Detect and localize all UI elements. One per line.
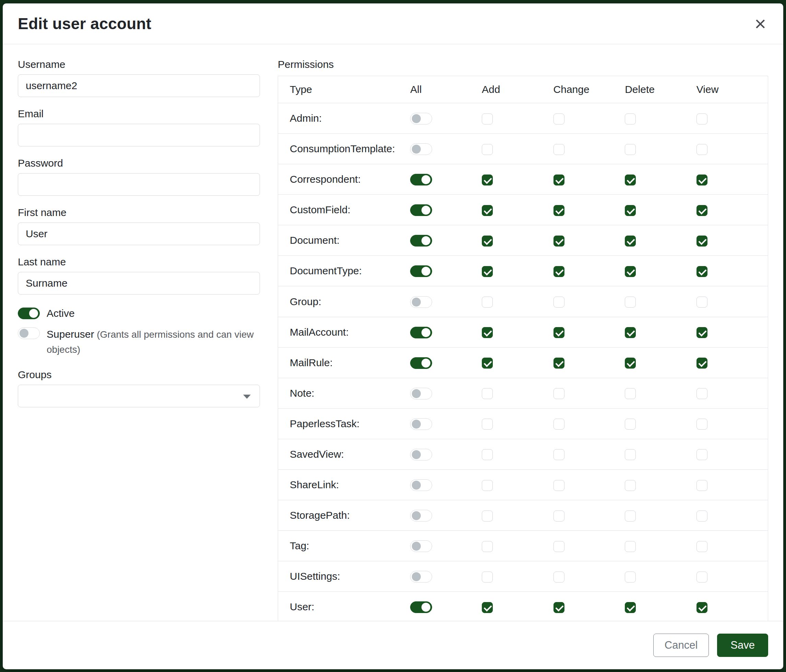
permission-row: MailAccount:: [278, 317, 768, 347]
last-name-group: Last name: [18, 256, 260, 295]
permission-checkbox-delete[interactable]: [625, 510, 636, 521]
superuser-toggle[interactable]: [18, 327, 40, 339]
close-icon[interactable]: ×: [752, 14, 768, 34]
permission-all-cell: [410, 469, 482, 500]
permission-checkbox-change[interactable]: [553, 205, 564, 216]
permission-checkbox-add[interactable]: [482, 388, 493, 399]
permission-toggle-all[interactable]: [410, 327, 432, 338]
permission-toggle-all[interactable]: [410, 174, 432, 185]
permission-toggle-all[interactable]: [410, 235, 432, 247]
permission-checkbox-delete[interactable]: [625, 174, 636, 185]
last-name-field[interactable]: [18, 272, 260, 295]
permission-checkbox-view[interactable]: [696, 388, 707, 399]
permission-checkbox-view[interactable]: [696, 113, 707, 124]
permission-checkbox-add[interactable]: [482, 113, 493, 124]
permission-checkbox-delete[interactable]: [625, 572, 636, 583]
permission-checkbox-delete[interactable]: [625, 541, 636, 552]
permission-toggle-all[interactable]: [410, 113, 432, 124]
permission-checkbox-view[interactable]: [696, 236, 707, 247]
permission-toggle-all[interactable]: [410, 449, 432, 460]
permission-checkbox-delete[interactable]: [625, 419, 636, 430]
permission-checkbox-add[interactable]: [482, 572, 493, 583]
permission-checkbox-delete[interactable]: [625, 449, 636, 460]
permission-checkbox-add[interactable]: [482, 205, 493, 216]
permission-checkbox-change[interactable]: [553, 510, 564, 521]
permission-checkbox-delete[interactable]: [625, 297, 636, 308]
permission-toggle-all[interactable]: [410, 540, 432, 552]
permission-toggle-all[interactable]: [410, 296, 432, 308]
permission-checkbox-add[interactable]: [482, 144, 493, 155]
permission-toggle-all[interactable]: [410, 510, 432, 521]
active-toggle[interactable]: [18, 308, 40, 319]
permission-checkbox-view[interactable]: [696, 510, 707, 521]
permission-checkbox-delete[interactable]: [625, 602, 636, 613]
permission-toggle-all[interactable]: [410, 571, 432, 583]
permission-toggle-all[interactable]: [410, 357, 432, 369]
permission-checkbox-change[interactable]: [553, 297, 564, 308]
permission-checkbox-delete[interactable]: [625, 113, 636, 124]
permission-checkbox-add[interactable]: [482, 419, 493, 430]
permission-checkbox-add[interactable]: [482, 297, 493, 308]
permission-checkbox-delete[interactable]: [625, 480, 636, 491]
groups-select[interactable]: [18, 385, 260, 407]
permission-checkbox-change[interactable]: [553, 266, 564, 277]
permission-checkbox-add[interactable]: [482, 358, 493, 369]
permission-checkbox-change[interactable]: [553, 174, 564, 185]
permission-toggle-all[interactable]: [410, 418, 432, 430]
permission-checkbox-change[interactable]: [553, 358, 564, 369]
permission-checkbox-view[interactable]: [696, 205, 707, 216]
permission-checkbox-add[interactable]: [482, 541, 493, 552]
permission-toggle-all[interactable]: [410, 479, 432, 491]
permission-checkbox-delete[interactable]: [625, 388, 636, 399]
permission-checkbox-delete[interactable]: [625, 205, 636, 216]
permission-checkbox-add[interactable]: [482, 510, 493, 521]
permission-checkbox-change[interactable]: [553, 113, 564, 124]
permission-checkbox-view[interactable]: [696, 174, 707, 185]
first-name-field[interactable]: [18, 223, 260, 245]
save-button[interactable]: Save: [717, 634, 768, 657]
permission-checkbox-change[interactable]: [553, 480, 564, 491]
permission-checkbox-change[interactable]: [553, 327, 564, 338]
permission-checkbox-view[interactable]: [696, 541, 707, 552]
permission-checkbox-delete[interactable]: [625, 266, 636, 277]
cancel-button[interactable]: Cancel: [653, 634, 709, 657]
permission-checkbox-add[interactable]: [482, 327, 493, 338]
permission-checkbox-change[interactable]: [553, 236, 564, 247]
permission-checkbox-change[interactable]: [553, 449, 564, 460]
permission-checkbox-delete[interactable]: [625, 358, 636, 369]
email-field[interactable]: [18, 124, 260, 146]
permission-checkbox-change[interactable]: [553, 602, 564, 613]
permission-checkbox-view[interactable]: [696, 572, 707, 583]
permission-checkbox-view[interactable]: [696, 144, 707, 155]
username-input[interactable]: [18, 74, 260, 97]
password-field[interactable]: [18, 173, 260, 196]
permission-toggle-all[interactable]: [410, 204, 432, 216]
permission-checkbox-view[interactable]: [696, 449, 707, 460]
permission-checkbox-change[interactable]: [553, 388, 564, 399]
permission-row: Admin:: [278, 103, 768, 134]
permission-checkbox-delete[interactable]: [625, 327, 636, 338]
permission-checkbox-view[interactable]: [696, 358, 707, 369]
permission-checkbox-view[interactable]: [696, 297, 707, 308]
permission-checkbox-view[interactable]: [696, 480, 707, 491]
permission-checkbox-view[interactable]: [696, 602, 707, 613]
permission-checkbox-change[interactable]: [553, 144, 564, 155]
permission-checkbox-change[interactable]: [553, 572, 564, 583]
permission-toggle-all[interactable]: [410, 601, 432, 613]
permission-checkbox-delete[interactable]: [625, 236, 636, 247]
permission-checkbox-delete[interactable]: [625, 144, 636, 155]
permission-checkbox-add[interactable]: [482, 266, 493, 277]
permission-toggle-all[interactable]: [410, 388, 432, 399]
permission-checkbox-view[interactable]: [696, 266, 707, 277]
permission-toggle-all[interactable]: [410, 265, 432, 277]
permission-checkbox-add[interactable]: [482, 480, 493, 491]
permission-checkbox-change[interactable]: [553, 541, 564, 552]
permission-checkbox-add[interactable]: [482, 236, 493, 247]
permission-checkbox-add[interactable]: [482, 174, 493, 185]
permission-checkbox-view[interactable]: [696, 327, 707, 338]
permission-checkbox-view[interactable]: [696, 419, 707, 430]
permission-checkbox-add[interactable]: [482, 602, 493, 613]
permission-checkbox-change[interactable]: [553, 419, 564, 430]
permission-toggle-all[interactable]: [410, 143, 432, 155]
permission-checkbox-add[interactable]: [482, 449, 493, 460]
